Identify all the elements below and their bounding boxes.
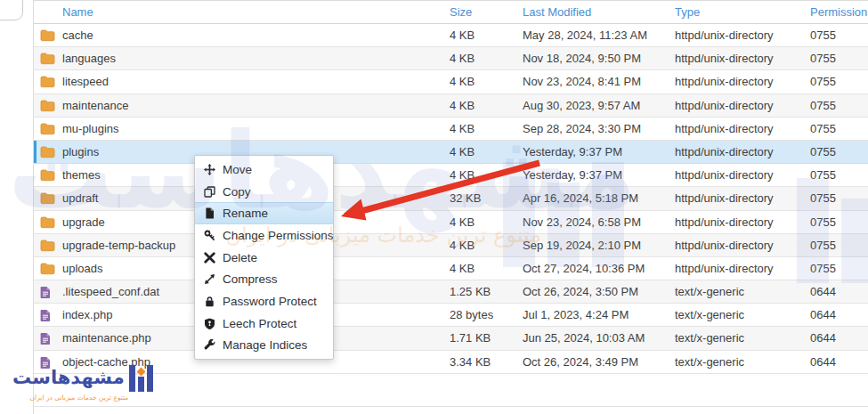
menu-item-password-protect[interactable]: Password Protect bbox=[195, 290, 333, 313]
folder-icon bbox=[40, 146, 55, 158]
file-type: httpd/unix-directory bbox=[675, 70, 774, 93]
file-type: httpd/unix-directory bbox=[675, 24, 774, 46]
file-modified: Jun 25, 2024, 10:03 AM bbox=[523, 327, 645, 349]
panel-corner bbox=[0, 0, 23, 20]
file-permissions: 0755 bbox=[810, 234, 836, 256]
file-name: themes bbox=[62, 164, 101, 186]
file-icon bbox=[40, 309, 51, 322]
column-header-type[interactable]: Type bbox=[675, 1, 700, 24]
file-size: 4 KB bbox=[450, 234, 475, 256]
file-name: maintenance.php bbox=[62, 327, 151, 349]
file-modified: May 28, 2024, 11:23 AM bbox=[523, 24, 647, 46]
file-permissions: 0755 bbox=[810, 94, 836, 117]
file-type: httpd/unix-directory bbox=[675, 94, 774, 117]
file-modified: Sep 28, 2024, 3:30 PM bbox=[523, 118, 641, 140]
file-name: upgrade-temp-backup bbox=[62, 234, 175, 256]
file-icon bbox=[40, 332, 51, 345]
file-permissions: 0755 bbox=[810, 164, 836, 186]
file-size: 4 KB bbox=[450, 94, 475, 117]
file-permissions: 0644 bbox=[810, 327, 836, 349]
file-table: Name Size Last Modified Type Permissions… bbox=[34, 0, 868, 374]
file-size: 4 KB bbox=[450, 24, 475, 46]
file-permissions: 0755 bbox=[810, 70, 836, 93]
menu-item-leech-protect[interactable]: Leech Protect bbox=[195, 313, 333, 335]
column-header-permissions[interactable]: Permissions bbox=[810, 1, 868, 24]
file-permissions: 0755 bbox=[810, 187, 836, 209]
shield-icon bbox=[204, 318, 216, 329]
file-type: text/x-generic bbox=[675, 327, 744, 349]
file-type: httpd/unix-directory bbox=[675, 118, 774, 140]
file-size: 1.25 KB bbox=[450, 280, 491, 303]
folder-icon bbox=[40, 216, 55, 229]
file-permissions: 0755 bbox=[810, 24, 836, 46]
file-size: 4 KB bbox=[450, 47, 475, 69]
file-size: 4 KB bbox=[450, 257, 475, 280]
table-row[interactable]: uploads 4 KB Oct 27, 2024, 10:36 PM http… bbox=[34, 257, 868, 280]
column-header-name[interactable]: Name bbox=[62, 1, 93, 24]
file-type: httpd/unix-directory bbox=[675, 257, 774, 280]
table-row[interactable]: object-cache.php 3.34 KB Oct 26, 2024, 3… bbox=[34, 351, 868, 374]
file-permissions: 0755 bbox=[810, 257, 836, 280]
brand-logo: مشهدهاست متنوع ترین خدمات میزبانی در ایر… bbox=[12, 363, 148, 402]
file-name: maintenance bbox=[62, 94, 128, 117]
file-type: text/x-generic bbox=[675, 304, 744, 326]
file-modified: Nov 23, 2024, 6:58 PM bbox=[523, 211, 641, 233]
file-type: text/x-generic bbox=[675, 280, 744, 303]
file-size: 32 KB bbox=[450, 187, 481, 209]
folder-icon bbox=[40, 100, 55, 112]
file-size: 28 bytes bbox=[450, 304, 493, 326]
table-row[interactable]: cache 4 KB May 28, 2024, 11:23 AM httpd/… bbox=[34, 24, 868, 47]
table-row[interactable]: themes 4 KB Yesterday, 9:37 PM httpd/uni… bbox=[34, 164, 868, 187]
menu-item-copy[interactable]: Copy bbox=[195, 181, 333, 203]
table-header-row: Name Size Last Modified Type Permissions bbox=[34, 0, 868, 24]
file-modified: Apr 16, 2024, 5:18 PM bbox=[523, 187, 638, 209]
file-name: uploads bbox=[62, 257, 103, 280]
file-type: httpd/unix-directory bbox=[675, 141, 774, 163]
file-type: httpd/unix-directory bbox=[675, 234, 774, 256]
file-modified: Yesterday, 9:37 PM bbox=[523, 141, 622, 163]
table-row[interactable]: plugins 4 KB Yesterday, 9:37 PM httpd/un… bbox=[34, 141, 868, 164]
file-icon bbox=[40, 286, 51, 299]
file-modified: Sep 19, 2024, 2:10 PM bbox=[523, 234, 641, 256]
menu-item-move[interactable]: Move bbox=[195, 158, 333, 181]
move-icon bbox=[204, 164, 216, 175]
brand-name: مشهدهاست bbox=[12, 369, 125, 387]
table-row[interactable]: .litespeed_conf.dat 1.25 KB Oct 26, 2024… bbox=[34, 280, 868, 304]
table-row[interactable]: upgrade-temp-backup 4 KB Sep 19, 2024, 2… bbox=[34, 234, 868, 257]
file-size: 4 KB bbox=[450, 70, 475, 93]
menu-item-rename[interactable]: Rename bbox=[195, 202, 333, 224]
file-name: index.php bbox=[62, 304, 112, 326]
file-name: mu-plugins bbox=[62, 118, 119, 140]
file-modified: Oct 27, 2024, 10:36 PM bbox=[523, 257, 645, 280]
menu-item-delete[interactable]: Delete bbox=[195, 247, 333, 269]
folder-icon bbox=[40, 53, 55, 65]
table-row[interactable]: upgrade 4 KB Nov 23, 2024, 6:58 PM httpd… bbox=[34, 211, 868, 234]
file-type: httpd/unix-directory bbox=[675, 47, 774, 69]
file-name: litespeed bbox=[62, 70, 109, 93]
menu-item-manage-indices[interactable]: Manage Indices bbox=[195, 335, 333, 357]
file-modified: Jul 1, 2023, 4:24 PM bbox=[523, 304, 629, 326]
table-row[interactable]: languages 4 KB Nov 18, 2024, 9:50 PM htt… bbox=[34, 47, 868, 70]
menu-item-compress[interactable]: Compress bbox=[195, 268, 333, 290]
wrench-icon bbox=[204, 339, 216, 351]
table-row[interactable]: updraft 32 KB Apr 16, 2024, 5:18 PM http… bbox=[34, 187, 868, 210]
context-menu-list: Move Copy Rename Change Permissions Dele… bbox=[195, 156, 333, 359]
table-row[interactable]: index.php 28 bytes Jul 1, 2023, 4:24 PM … bbox=[34, 304, 868, 327]
x-icon bbox=[204, 252, 216, 264]
file-permissions: 0644 bbox=[810, 280, 836, 303]
table-row[interactable]: mu-plugins 4 KB Sep 28, 2024, 3:30 PM ht… bbox=[34, 118, 868, 141]
file-name: languages bbox=[62, 47, 116, 69]
table-row[interactable]: litespeed 4 KB Nov 23, 2024, 8:41 PM htt… bbox=[34, 70, 868, 93]
folder-icon bbox=[40, 76, 55, 88]
file-size: 4 KB bbox=[450, 118, 475, 140]
column-header-size[interactable]: Size bbox=[450, 1, 472, 24]
file-permissions: 0644 bbox=[810, 351, 836, 373]
menu-item-change-permissions[interactable]: Change Permissions bbox=[195, 224, 333, 247]
brand-tagline: متنوع ترین خدمات میزبانی در ایران bbox=[12, 394, 146, 402]
table-row[interactable]: maintenance 4 KB Aug 30, 2023, 9:57 AM h… bbox=[34, 94, 868, 118]
file-size: 4 KB bbox=[450, 211, 475, 233]
table-row[interactable]: maintenance.php 1.71 KB Jun 25, 2024, 10… bbox=[34, 327, 868, 350]
file-modified: Nov 23, 2024, 8:41 PM bbox=[523, 70, 641, 93]
column-header-last-modified[interactable]: Last Modified bbox=[523, 1, 591, 24]
folder-icon bbox=[40, 29, 55, 42]
